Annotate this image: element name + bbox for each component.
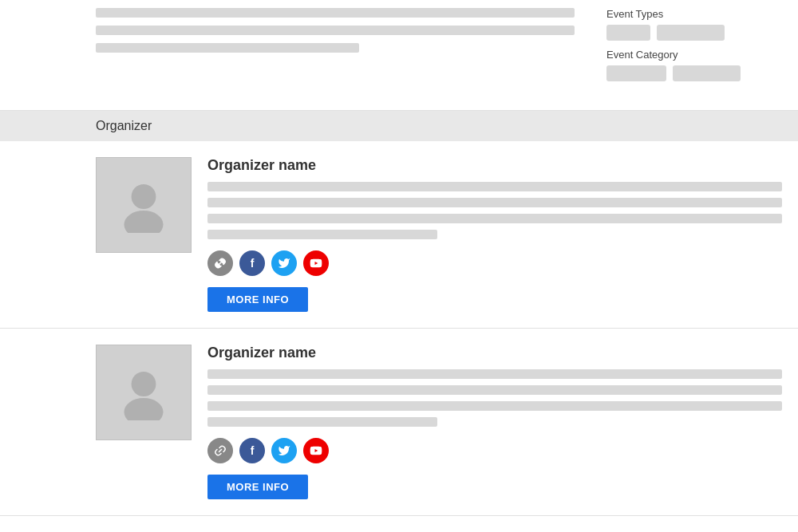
organizer-avatar-2 (96, 345, 192, 440)
organizer-section-heading: Organizer (0, 111, 798, 141)
avatar-icon-1 (116, 177, 172, 233)
event-category-tags (606, 65, 782, 81)
organizer-avatar-1 (96, 157, 192, 253)
desc-bar-1-4 (207, 230, 437, 239)
link-icon-2 (214, 444, 227, 457)
youtube-btn-2[interactable] (303, 438, 329, 463)
organizer-inner-2: Organizer name f (96, 345, 782, 499)
event-category-tag-2 (673, 65, 741, 81)
facebook-btn-2[interactable]: f (239, 438, 265, 463)
top-left-content (0, 0, 591, 97)
page-wrapper: Event Types Event Category Organizer (0, 0, 798, 516)
social-link-btn-1[interactable] (207, 250, 233, 276)
svg-point-3 (132, 372, 156, 396)
social-row-2: f (207, 438, 782, 463)
desc-bar-2-2 (207, 385, 782, 395)
event-type-tag-2 (657, 25, 725, 41)
organizer-content-1: Organizer name f (207, 157, 782, 312)
svg-point-1 (124, 211, 164, 233)
twitter-btn-2[interactable] (271, 438, 297, 463)
event-category-tag-1 (606, 65, 666, 81)
desc-bar-1-3 (207, 214, 782, 223)
organizer-name-2: Organizer name (207, 345, 782, 361)
avatar-icon-2 (116, 365, 172, 420)
organizer-card-2: Organizer name f (0, 329, 798, 516)
twitter-icon-2 (278, 444, 290, 457)
more-info-button-2[interactable]: MORE INFO (207, 475, 308, 499)
event-category-label: Event Category (606, 49, 782, 61)
organizer-card-1: Organizer name f (0, 141, 798, 329)
content-bar-1 (96, 8, 575, 18)
desc-bar-1-2 (207, 198, 782, 207)
desc-bar-2-3 (207, 401, 782, 411)
organizer-name-1: Organizer name (207, 157, 782, 174)
event-types-tags (606, 25, 782, 41)
desc-bar-2-1 (207, 369, 782, 379)
organizer-content-2: Organizer name f (207, 345, 782, 499)
content-bar-2 (96, 26, 575, 35)
svg-point-0 (132, 184, 156, 209)
more-info-button-1[interactable]: MORE INFO (207, 287, 308, 312)
youtube-icon-2 (310, 444, 322, 457)
organizer-desc-2 (207, 369, 782, 427)
svg-point-4 (124, 398, 164, 420)
youtube-btn-1[interactable] (303, 250, 329, 276)
desc-bar-1-1 (207, 182, 782, 191)
organizer-inner-1: Organizer name f (96, 157, 782, 312)
event-type-tag-1 (606, 25, 650, 41)
twitter-icon-1 (278, 257, 290, 270)
organizer-desc-1 (207, 182, 782, 239)
content-bar-3 (96, 43, 359, 53)
youtube-icon-1 (310, 257, 322, 270)
event-types-label: Event Types (606, 8, 782, 20)
social-row-1: f (207, 250, 782, 276)
facebook-btn-1[interactable]: f (239, 250, 265, 276)
social-link-btn-2[interactable] (207, 438, 233, 463)
link-icon-1 (214, 257, 227, 270)
top-section: Event Types Event Category (0, 0, 798, 111)
twitter-btn-1[interactable] (271, 250, 297, 276)
top-right-content: Event Types Event Category (591, 0, 798, 97)
desc-bar-2-4 (207, 417, 437, 427)
